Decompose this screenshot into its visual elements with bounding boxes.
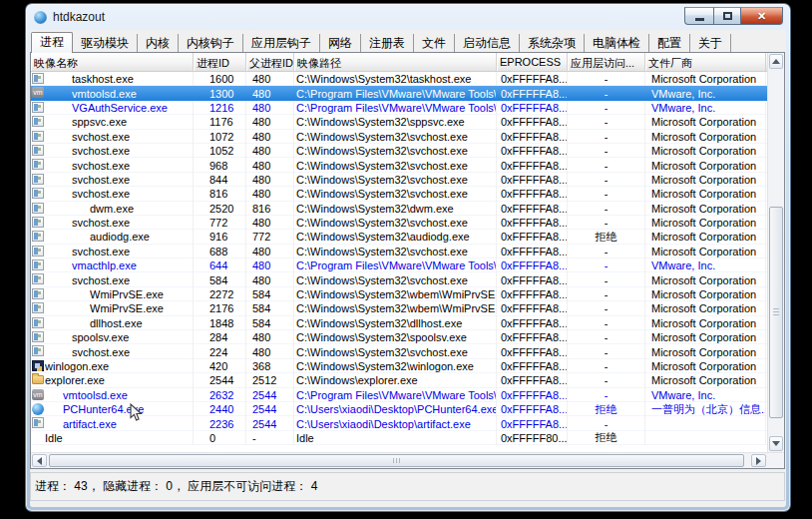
cell-eprocess: 0xFFFFF80... [497,431,568,445]
process-row-idle[interactable]: Idle0-Idle0xFFFFF80...拒绝 [31,431,767,445]
process-row-svchost-exe[interactable]: svchost.exe1052480C:\Windows\System32\sv… [31,144,767,158]
tab-电脑体检[interactable]: 电脑体检 [585,34,649,52]
cell-ppid: 772 [246,230,294,244]
cell-eprocess: 0xFFFFFA8... [497,330,568,344]
cell-path: C:\Windows\System32\taskhost.exe [294,72,497,86]
process-name: svchost.exe [72,131,130,143]
minimize-button[interactable] [684,7,713,25]
process-row-sppsvc-exe[interactable]: sppsvc.exe1176480C:\Windows\System32\spp… [31,115,767,129]
column-header-path[interactable]: 映像路径 [294,53,497,71]
scroll-right-button[interactable] [751,454,766,467]
tab-进程[interactable]: 进程 [31,32,73,53]
cell-access: - [568,130,645,144]
process-row-svchost-exe[interactable]: svchost.exe584480C:\Windows\System32\svc… [31,272,767,286]
process-name: svchost.exe [72,274,130,286]
title-bar[interactable]: htdkazout ✕ [26,4,790,30]
tab-关于[interactable]: 关于 [690,34,731,52]
default-app-icon [32,73,44,84]
tab-内核钩子[interactable]: 内核钩子 [179,34,243,52]
column-header-pid[interactable]: 进程ID [194,53,246,71]
vertical-scrollbar[interactable] [767,53,784,452]
cell-access: - [568,416,645,430]
cell-pid: 1216 [194,101,246,115]
process-row-svchost-exe[interactable]: svchost.exe968480C:\Windows\System32\svc… [31,158,767,172]
tab-内核[interactable]: 内核 [138,34,179,52]
process-row-spoolsv-exe[interactable]: spoolsv.exe284480C:\Windows\System32\spo… [31,330,767,344]
process-row-svchost-exe[interactable]: svchost.exe224480C:\Windows\System32\svc… [31,344,767,358]
tab-应用层钩子[interactable]: 应用层钩子 [243,34,320,52]
cell-name: vmtoolsd.exe [31,86,194,100]
cell-pid: 0 [194,431,246,445]
process-row-taskhost-exe[interactable]: taskhost.exe1600480C:\Windows\System32\t… [31,72,767,86]
cell-name: VGAuthService.exe [31,101,194,115]
process-name: vmacthlp.exe [72,260,137,271]
cell-vendor: Microsoft Corporation [645,287,766,301]
column-header-vendor[interactable]: 文件厂商 [645,53,766,71]
process-row-svchost-exe[interactable]: svchost.exe772480C:\Windows\System32\svc… [31,216,767,230]
tab-系统杂项[interactable]: 系统杂项 [520,34,585,52]
cell-access: 拒绝 [568,230,645,244]
cell-eprocess: 0xFFFFFA8... [497,388,568,402]
column-header-name[interactable]: 映像名称 [31,53,194,71]
column-header-access[interactable]: 应用层访问... [568,53,645,71]
arrow-left-icon [37,457,42,465]
cell-eprocess: 0xFFFFFA8... [497,344,568,358]
process-row-audiodg-exe[interactable]: audiodg.exe916772C:\Windows\System32\aud… [31,230,767,244]
cell-ppid: 480 [246,259,294,272]
cell-pid: 1600 [194,72,246,86]
status-text: 进程： 43， 隐藏进程： 0， 应用层不可访问进程： 4 [35,479,317,493]
process-row-dwm-exe[interactable]: dwm.exe2520816C:\Windows\System32\dwm.ex… [31,202,767,216]
process-row-dllhost-exe[interactable]: dllhost.exe1848584C:\Windows\System32\dl… [31,316,767,330]
process-row-explorer-exe[interactable]: explorer.exe25442512C:\Windows\explorer.… [31,373,767,387]
column-header-ppid[interactable]: 父进程ID [246,53,294,71]
cell-pid: 844 [194,173,246,187]
process-row-svchost-exe[interactable]: svchost.exe688480C:\Windows\System32\svc… [31,245,767,259]
cell-access: - [568,101,645,115]
process-row-svchost-exe[interactable]: svchost.exe844480C:\Windows\System32\svc… [31,173,767,187]
cell-name: winlogon.exe [31,359,194,373]
horizontal-scroll-track[interactable] [48,453,750,468]
close-icon: ✕ [757,10,766,23]
tab-驱动模块[interactable]: 驱动模块 [73,34,138,52]
process-row-vmtoolsd-exe[interactable]: vmtoolsd.exe1300480C:\Program Files\VMwa… [31,86,767,100]
cell-name: WmiPrvSE.exe [31,301,194,315]
tab-注册表[interactable]: 注册表 [361,34,414,52]
process-row-wmiprvse-exe[interactable]: WmiPrvSE.exe2272584C:\Windows\System32\w… [31,287,767,301]
maximize-button[interactable] [713,7,741,25]
cell-path: C:\Windows\System32\svchost.exe [294,272,497,286]
scroll-left-button[interactable] [32,454,47,467]
process-name: Idle [45,432,63,444]
column-header-eprocess[interactable]: EPROCESS [497,53,568,71]
cell-pid: 968 [194,158,246,172]
default-app-icon [32,145,44,156]
tab-网络[interactable]: 网络 [320,34,361,52]
process-name: svchost.exe [72,174,130,186]
tab-配置[interactable]: 配置 [649,34,690,52]
process-name: artifact.exe [63,418,117,430]
tab-文件[interactable]: 文件 [414,34,455,52]
cell-path: C:\Windows\System32\svchost.exe [294,344,497,358]
horizontal-scroll-thumb[interactable] [49,454,744,467]
process-row-vmtoolsd-exe[interactable]: vmtoolsd.exe26322544C:\Program Files\VMw… [31,388,767,402]
process-row-wmiprvse-exe[interactable]: WmiPrvSE.exe2176584C:\Windows\System32\w… [31,301,767,315]
process-row-svchost-exe[interactable]: svchost.exe816480C:\Windows\System32\svc… [31,187,767,201]
process-row-winlogon-exe[interactable]: winlogon.exe420368C:\Windows\System32\wi… [31,359,767,373]
cell-path: C:\Windows\System32\svchost.exe [294,130,497,144]
cell-vendor: VMware, Inc. [645,259,766,272]
tab-启动信息[interactable]: 启动信息 [455,34,520,52]
cell-name: svchost.exe [31,245,194,259]
close-button[interactable]: ✕ [741,7,783,25]
horizontal-scrollbar[interactable] [31,452,784,468]
status-bar: 进程： 43， 隐藏进程： 0， 应用层不可访问进程： 4 [30,472,785,501]
process-row-vgauthservice-exe[interactable]: VGAuthService.exe1216480C:\Program Files… [31,101,767,115]
vertical-scroll-thumb[interactable] [769,207,783,418]
process-row-vmacthlp-exe[interactable]: vmacthlp.exe644480C:\Program Files\VMwar… [31,259,767,272]
cell-pid: 644 [194,259,246,272]
scroll-down-button[interactable] [769,436,783,451]
process-row-svchost-exe[interactable]: svchost.exe1072480C:\Windows\System32\sv… [31,130,767,144]
vertical-scroll-track[interactable] [768,70,784,435]
cell-path: C:\Program Files\VMware\VMware Tools\VM.… [294,101,497,115]
cell-eprocess: 0xFFFFFA8... [497,202,568,216]
scroll-up-button[interactable] [769,54,783,69]
cell-vendor: Microsoft Corporation [645,245,766,259]
